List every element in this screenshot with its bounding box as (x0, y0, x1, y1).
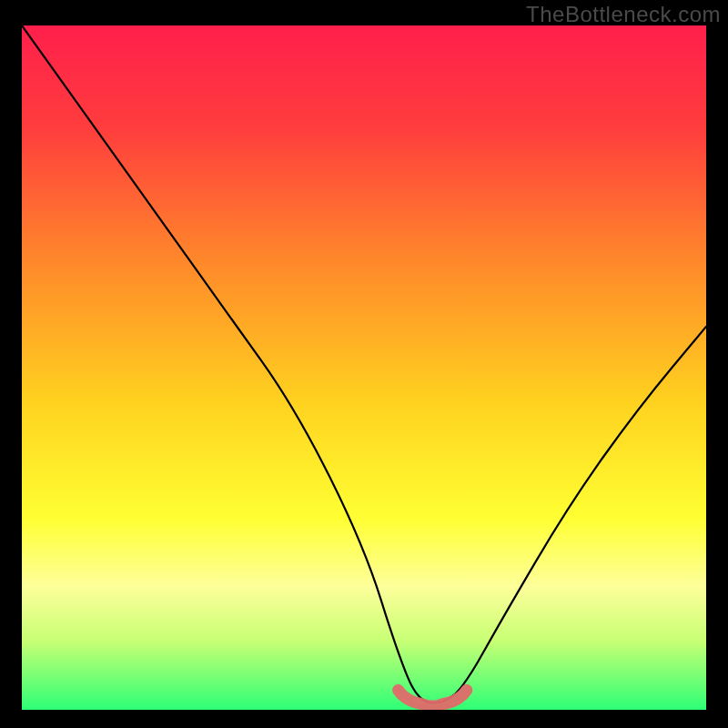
chart-frame: TheBottleneck.com (0, 0, 728, 728)
gradient-background (22, 25, 706, 710)
plot-area (22, 25, 706, 710)
watermark-label: TheBottleneck.com (526, 2, 721, 27)
bottleneck-chart (22, 25, 706, 710)
